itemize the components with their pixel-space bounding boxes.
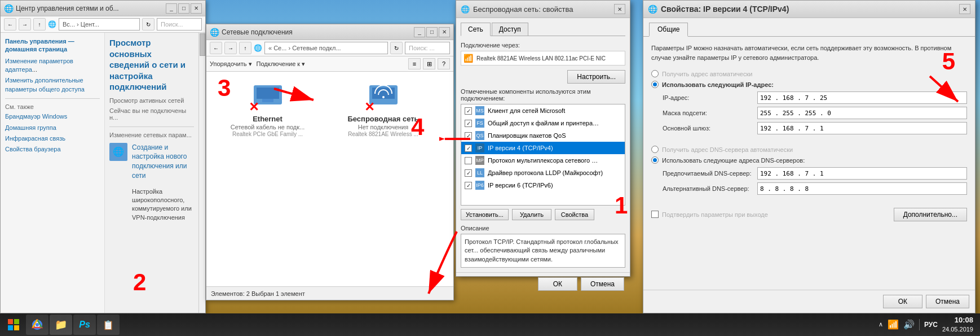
firewall-link[interactable]: Брандмауэр Windows xyxy=(5,112,100,121)
advanced-btn[interactable]: Дополнительно... xyxy=(894,208,967,221)
ethernet-connection[interactable]: ✕ Ethernet Сетевой кабель не подк... Rea… xyxy=(215,81,320,277)
svg-rect-4 xyxy=(259,102,276,104)
window1-search[interactable]: Поиск... xyxy=(157,18,202,30)
comp-multiplex[interactable]: MP Протокол мультиплексора сетевого адап… xyxy=(461,154,625,167)
window2-forward[interactable]: → xyxy=(224,42,237,54)
radio-auto-ip[interactable] xyxy=(651,70,659,77)
tray-network-icon: 📶 xyxy=(888,319,899,330)
comp-label-3: IP версии 4 (TCP/IPv4) xyxy=(488,145,553,151)
badge-1: 1 xyxy=(615,192,628,219)
start-button[interactable] xyxy=(2,315,25,335)
tray-date: 24.05.2019 xyxy=(942,325,973,334)
window2-address[interactable]: « Се... › Сетевые подкл... xyxy=(264,42,388,54)
wireless-connection[interactable]: ✕ Беспроводная сеть Нет подключения Real… xyxy=(331,81,435,277)
homegroup-link[interactable]: Домашняя группа xyxy=(5,124,100,132)
comp-microsoft-client[interactable]: MS Клиент для сетей Microsoft xyxy=(461,104,625,117)
window4-close[interactable]: ✕ xyxy=(959,4,970,14)
configure-btn[interactable]: Настроить... xyxy=(567,70,625,84)
tray-expand[interactable]: ∧ xyxy=(879,321,883,328)
organize-btn[interactable]: Упорядочить ▾ xyxy=(210,60,252,68)
network-icon-small: 🌐 xyxy=(48,20,56,28)
radio-auto-dns[interactable] xyxy=(651,146,659,153)
comp-check-6[interactable] xyxy=(465,182,472,189)
confirm-params-checkbox[interactable] xyxy=(651,211,659,218)
window4-ok[interactable]: ОК xyxy=(883,295,922,308)
remove-btn[interactable]: Удалить xyxy=(512,209,551,220)
window2-search[interactable]: Поиск: ... xyxy=(405,42,450,54)
tab-access[interactable]: Доступ xyxy=(492,23,528,36)
window1-maximize[interactable]: □ xyxy=(178,3,189,14)
infrared-link[interactable]: Инфракрасная связь xyxy=(5,134,100,143)
install-btn[interactable]: Установить... xyxy=(461,209,509,220)
window3-ok[interactable]: ОК xyxy=(538,277,577,291)
window3-tabs: Сеть Доступ xyxy=(461,23,625,36)
radio-manual-dns[interactable] xyxy=(651,156,659,164)
taskbar-photoshop[interactable]: Ps xyxy=(73,315,96,335)
view-btn[interactable]: ≡ xyxy=(408,58,421,69)
taskbar-explorer[interactable]: 📁 xyxy=(50,315,72,335)
create-connection-link[interactable]: Создание и настройка нового подключения … xyxy=(132,143,194,181)
window1-up[interactable]: ↑ xyxy=(33,18,46,30)
comp-icon-4: MP xyxy=(475,156,484,165)
properties-btn[interactable]: Свойства xyxy=(555,209,594,220)
window2-back[interactable]: ← xyxy=(210,42,222,54)
window1-forward[interactable]: → xyxy=(19,18,31,30)
window3-close[interactable]: ✕ xyxy=(614,4,625,14)
window2-close[interactable]: ✕ xyxy=(439,27,450,37)
tab-network[interactable]: Сеть xyxy=(461,23,491,36)
subnet-input[interactable]: 255 . 255 . 255 . 0 xyxy=(757,107,967,119)
comp-check-5[interactable] xyxy=(465,169,472,177)
adapter-name: Realtek 8821AE Wireless LAN 802.11ac PCI… xyxy=(476,55,606,62)
comp-file-sharing[interactable]: FS Общий доступ к файлам и принтерам для… xyxy=(461,117,625,129)
components-list: MS Клиент для сетей Microsoft FS Общий д… xyxy=(461,104,625,206)
taskbar: 📁 Ps 📋 ∧ 📶 🔊 РУС 10:08 24.05.2019 xyxy=(0,313,980,336)
window2-refresh[interactable]: ↻ xyxy=(390,42,403,54)
taskbar-chrome[interactable] xyxy=(26,315,48,335)
comp-check-3[interactable] xyxy=(465,145,472,152)
tray-time-display: 10:08 24.05.2019 xyxy=(942,315,973,334)
comp-lldp[interactable]: LL Драйвер протокола LLDP (Майкрософт) xyxy=(461,167,625,179)
window1-minimize[interactable]: _ xyxy=(166,3,177,14)
window2-up[interactable]: ↑ xyxy=(239,42,251,54)
tray-lang: РУС xyxy=(924,321,938,329)
alt-dns-input[interactable]: 8 . 8 . 8 . 8 xyxy=(757,182,967,195)
comp-icon-6: IP6 xyxy=(475,181,484,190)
window2-minimize[interactable]: _ xyxy=(414,27,425,37)
ip-address-input[interactable]: 192 . 168 . 7 . 25 xyxy=(757,91,967,104)
window2-icon: 🌐 xyxy=(210,28,219,37)
window4-cancel[interactable]: Отмена xyxy=(926,295,969,308)
comp-check-4[interactable] xyxy=(465,157,472,164)
tray-area: ∧ 📶 🔊 РУС 10:08 24.05.2019 xyxy=(879,315,978,334)
tiles-btn[interactable]: ⊞ xyxy=(423,58,435,69)
connect-to-btn[interactable]: Подключение к ▾ xyxy=(257,60,306,68)
svg-point-7 xyxy=(382,96,385,98)
svg-rect-11 xyxy=(8,319,13,324)
window3-icon: 🌐 xyxy=(461,5,470,14)
svg-rect-12 xyxy=(14,319,19,324)
window1-close[interactable]: ✕ xyxy=(191,3,202,14)
taskbar-app5[interactable]: 📋 xyxy=(97,315,120,335)
change-adapter-link[interactable]: Изменение параметров адаптера... xyxy=(5,57,100,75)
comp-check-1[interactable] xyxy=(465,120,472,127)
window1-left-panel: Панель управления — домашняя страница Из… xyxy=(1,33,105,313)
change-sharing-link[interactable]: Изменить дополнительные параметры общего… xyxy=(5,76,100,94)
comp-check-2[interactable] xyxy=(465,132,472,139)
comp-ipv4[interactable]: IP IP версии 4 (TCP/IPv4) xyxy=(461,142,625,154)
window4-titlebar: 🌐 Свойства: IP версии 4 (TCP/IPv4) ✕ xyxy=(643,1,975,18)
comp-check-0[interactable] xyxy=(465,107,472,115)
gateway-input[interactable]: 192 . 168 . 7 . 1 xyxy=(757,122,967,134)
comp-label-5: Драйвер протокола LLDP (Майкрософт) xyxy=(488,169,603,176)
window2-maximize[interactable]: □ xyxy=(426,27,438,37)
window1-back[interactable]: ← xyxy=(4,18,16,30)
browser-props-link[interactable]: Свойства браузера xyxy=(5,145,100,154)
radio-manual-ip[interactable] xyxy=(651,81,659,88)
comp-ipv6[interactable]: IP6 IP версии 6 (TCP/IPv6) xyxy=(461,179,625,191)
comp-qos[interactable]: QS Планировщик пакетов QoS xyxy=(461,129,625,142)
tab-general[interactable]: Общие xyxy=(649,23,688,37)
preferred-dns-input[interactable]: 192 . 168 . 7 . 1 xyxy=(757,167,967,180)
ethernet-adapter: Realtek PCIe GbE Family ... xyxy=(232,131,303,137)
window1-refresh[interactable]: ↻ xyxy=(142,18,154,30)
help-btn[interactable]: ? xyxy=(438,58,450,69)
window1-address[interactable]: Вс... › Цент... xyxy=(59,18,140,30)
window3-cancel[interactable]: Отмена xyxy=(581,277,624,291)
